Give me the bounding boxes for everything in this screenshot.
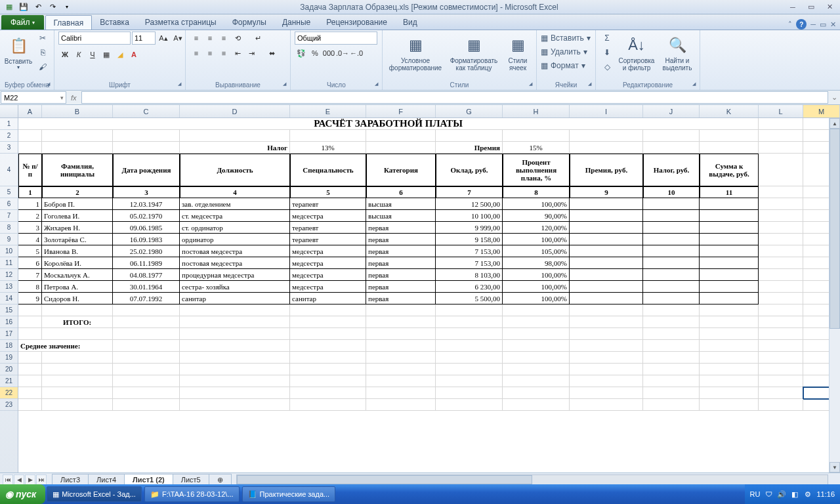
cell[interactable] [570,364,643,375]
cell[interactable] [759,328,803,340]
cell[interactable] [42,399,113,411]
cell[interactable] [180,352,290,364]
cell[interactable] [570,198,643,210]
cell[interactable]: Процент выполнения плана, % [503,154,570,186]
cells-area[interactable]: РАСЧЁТ ЗАРАБОТНОЙ ПЛАТЫНалог13%Премия15%… [18,118,840,472]
cell[interactable] [180,328,290,340]
cell[interactable] [18,352,42,364]
qat-dropdown-icon[interactable]: ▾ [60,1,74,13]
cell[interactable] [759,257,803,269]
cell[interactable] [180,399,290,411]
border-button[interactable]: ▦ [100,48,113,61]
cell[interactable]: 4 [18,234,42,245]
cell[interactable] [503,130,570,142]
cell[interactable] [643,210,700,222]
minimize-button[interactable]: ─ [785,2,801,12]
cell[interactable] [290,328,366,340]
cell[interactable] [113,142,180,154]
cell[interactable] [503,340,570,352]
sheet-next-icon[interactable]: ▶ [25,474,35,485]
col-header[interactable]: M [803,105,840,117]
cell[interactable] [643,269,700,281]
font-name-combo[interactable]: Calibri [58,32,131,45]
cell[interactable]: 11 [700,186,759,198]
cell[interactable] [643,281,700,293]
cell[interactable] [643,399,700,411]
taskbar-item[interactable]: 📁 F:\TAA-16 28-03-12\... [144,486,240,502]
cell[interactable] [290,364,366,375]
row-header[interactable]: 16 [0,316,18,328]
file-tab[interactable]: Файл ▾ [1,15,44,30]
cell[interactable] [643,198,700,210]
cell[interactable]: медсестра [290,281,366,293]
cell[interactable]: 98,00% [503,257,570,269]
cell[interactable]: 07.07.1992 [113,293,180,304]
align-middle-icon[interactable]: ≡ [203,32,217,45]
cell[interactable] [759,364,803,375]
merge-icon[interactable]: ⬌ [259,47,285,60]
col-header[interactable]: G [436,105,503,117]
cell[interactable] [180,375,290,387]
cell[interactable]: медсестра [290,257,366,269]
cell[interactable] [180,316,290,328]
cell[interactable]: постовая медсестра [180,245,290,257]
cell[interactable]: Жихарев Н. [42,222,113,234]
row-header[interactable]: 22 [0,387,18,399]
cell[interactable]: терапевт [290,234,366,245]
cell[interactable]: 100,00% [503,234,570,245]
minimize-ribbon-icon[interactable]: ˄ [788,20,792,29]
taskbar-item[interactable]: ▦ Microsoft Excel - Зад... [47,486,142,502]
cell[interactable]: Гоголева И. [42,210,113,222]
expand-formula-icon[interactable]: ⌄ [829,91,840,104]
cell[interactable] [700,142,759,154]
cell[interactable]: 6 [366,186,436,198]
cell[interactable] [290,399,366,411]
tray-icon[interactable]: ⚙ [803,490,812,499]
cell[interactable] [643,304,700,316]
cell[interactable]: 12.03.1947 [113,198,180,210]
tray-icon[interactable]: ◧ [790,490,799,499]
cell[interactable] [436,340,503,352]
cell[interactable] [503,304,570,316]
cell[interactable] [759,399,803,411]
font-size-combo[interactable]: 11 [132,32,156,45]
cell[interactable] [113,387,180,399]
cell[interactable]: 8 [18,281,42,293]
cell[interactable]: Должность [180,154,290,186]
cell[interactable] [570,387,643,399]
decrease-indent-icon[interactable]: ⇤ [231,47,244,60]
cell[interactable]: 6 230,00 [436,281,503,293]
col-header[interactable]: H [503,105,570,117]
cell[interactable]: 8 [503,186,570,198]
cell[interactable] [42,352,113,364]
cell[interactable] [436,399,503,411]
tab-view[interactable]: Вид [395,15,425,30]
tray-clock[interactable]: 11:16 [816,490,835,498]
sheet-tab[interactable]: Лист3 [52,474,89,486]
cut-icon[interactable]: ✂ [35,32,50,45]
cell[interactable] [18,328,42,340]
cell[interactable] [570,316,643,328]
cell[interactable]: 10 [643,186,700,198]
cell[interactable]: 1 [18,186,42,198]
cell[interactable] [113,352,180,364]
cell[interactable] [366,364,436,375]
cell[interactable]: 100,00% [503,293,570,304]
cell[interactable] [700,316,759,328]
cell[interactable]: зав. отделением [180,198,290,210]
row-header[interactable]: 17 [0,328,18,340]
cell[interactable] [503,364,570,375]
cell[interactable] [700,375,759,387]
cell[interactable] [113,130,180,142]
cell[interactable]: постовая медсестра [180,257,290,269]
decrease-font-icon[interactable]: A▾ [171,32,184,45]
percent-icon[interactable]: % [308,47,322,60]
col-header[interactable]: D [180,105,290,117]
cell[interactable]: первая [366,269,436,281]
cell[interactable] [42,387,113,399]
cell[interactable] [643,375,700,387]
cell[interactable] [570,269,643,281]
cell[interactable]: медсестра [290,245,366,257]
cell[interactable]: первая [366,245,436,257]
cell[interactable] [759,387,803,399]
